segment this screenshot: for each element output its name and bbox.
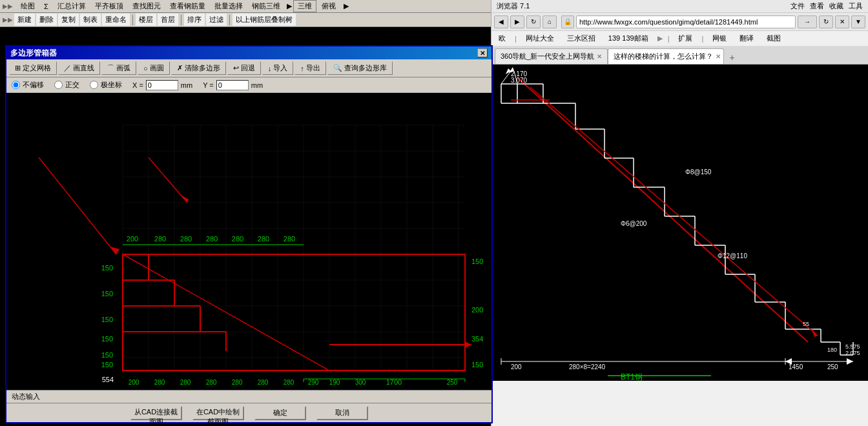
tab-stair-close[interactable]: ✕: [716, 53, 721, 60]
btn-rename[interactable]: 重命名: [102, 14, 130, 26]
toolbar-row-2: ▶▶ 新建 删除 复制 制表 重命名 楼层 首层 排序 过滤 以上钢筋层叠制树: [0, 13, 497, 27]
bookmark-139mail[interactable]: 139 139邮箱: [604, 33, 652, 44]
radio-no-offset-label: 不偏移: [23, 80, 44, 90]
dim-bot-5: 280: [258, 379, 269, 386]
refresh-icon[interactable]: ↻: [819, 15, 833, 28]
dim-554: 554: [102, 376, 114, 383]
arrow-down-icon[interactable]: ▼: [851, 15, 865, 28]
browser-bookmarks: 欧 | 网址大全 三水区招 139 139邮箱 ▶ | 扩展 | 网银 翻译 截…: [491, 31, 868, 46]
cad-drawing-svg: 200 280 280 280 280 280 280 150 150 150 …: [6, 93, 491, 390]
bookmark-ou[interactable]: 欧: [495, 33, 510, 44]
browser-title: 浏览器 7.1: [497, 1, 530, 11]
btn-cancel[interactable]: 取消: [316, 406, 368, 420]
btn-first-floor[interactable]: 首层: [158, 14, 178, 26]
btn-draw-circle[interactable]: ○ 画圆: [138, 61, 170, 75]
radio-no-offset-input[interactable]: [12, 81, 20, 89]
btn-undo[interactable]: ↩ 回退: [227, 61, 261, 75]
menu-find-elem[interactable]: 查找图元: [129, 1, 165, 12]
bookmark-address[interactable]: 网址大全: [522, 33, 558, 44]
dim-right-1: 200: [471, 306, 483, 314]
home-button[interactable]: ⌂: [542, 15, 557, 28]
refresh-button[interactable]: ↻: [526, 15, 541, 28]
menu-3d[interactable]: 三维: [293, 0, 316, 12]
right-cad-svg: Φ8@150 Φ6@200 Φ12@110 200 280×8=2240 145…: [491, 65, 868, 381]
toolbar-sep2: [181, 15, 181, 25]
line-icon: ／: [64, 63, 71, 73]
menu-flush-top[interactable]: 平齐板顶: [91, 1, 127, 12]
radio-polar-input[interactable]: [90, 81, 98, 89]
bookmark-expand[interactable]: 扩展: [674, 33, 696, 44]
dialog-close-button[interactable]: ✕: [477, 48, 488, 57]
btn-rebar-layer[interactable]: 以上钢筋层叠制树: [232, 14, 296, 26]
dim-1700: 1700: [386, 378, 402, 386]
btn-draw-line[interactable]: ／ 画直线: [58, 61, 100, 75]
btn-from-cad[interactable]: 从CAD连接截面图: [130, 406, 182, 420]
btn-import[interactable]: ↓ 导入: [262, 61, 294, 75]
dim-left-2: 150: [101, 316, 113, 323]
bookmark-netbank[interactable]: 网银: [708, 33, 730, 44]
btn-draw-in-cad[interactable]: 在CAD中绘制截面图: [192, 406, 244, 420]
btn-sort[interactable]: 排序: [184, 14, 205, 26]
btn-clear-polygon[interactable]: ✗ 清除多边形: [171, 61, 226, 75]
radio-orthogonal-label: 正交: [65, 80, 79, 90]
menu-total-calc[interactable]: 汇总计算: [54, 1, 90, 12]
menu-top-view[interactable]: 俯视: [318, 1, 340, 12]
dialog-statusbar: 动态输入: [6, 390, 491, 403]
btn-floor[interactable]: 楼层: [136, 14, 156, 26]
dim-2075: 2.075: [845, 350, 860, 356]
dim-top-1: 280: [154, 235, 166, 243]
bookmark-screenshot[interactable]: 截图: [763, 33, 785, 44]
radio-orthogonal-input[interactable]: [54, 81, 63, 89]
browser-menu-tools[interactable]: 工具: [849, 1, 863, 11]
menu-handle2: ▶: [344, 2, 349, 10]
bookmark-translate[interactable]: 翻译: [736, 33, 758, 44]
dialog-options: 不偏移 正交 极坐标 X = mm Y = mm: [6, 77, 491, 93]
dim-bot-0: 200: [129, 379, 140, 386]
x-input[interactable]: [146, 80, 178, 90]
tab-360-close[interactable]: ✕: [597, 53, 602, 60]
bookmark-sanshui[interactable]: 三水区招: [563, 33, 599, 44]
dim-bot-2240: 280×8=2240: [569, 363, 606, 370]
y-label: Y =: [203, 81, 214, 89]
browser-menu-favorites[interactable]: 收藏: [829, 1, 843, 11]
address-bar[interactable]: http://www.fwxgx.com/question/gimq/detai…: [576, 15, 796, 28]
y-input[interactable]: [216, 80, 249, 90]
btn-filter[interactable]: 过滤: [206, 14, 227, 26]
dialog-title: 多边形管箱器: [10, 48, 57, 59]
toolbar-sep: [132, 15, 133, 25]
tab-stair[interactable]: 这样的楼梯的计算，怎么计算？ ✕: [608, 48, 724, 64]
export-icon: ↑: [300, 65, 304, 72]
browser-menu-view[interactable]: 查看: [810, 1, 824, 11]
menu-drawing[interactable]: 绘图: [17, 1, 39, 12]
btn-confirm[interactable]: 确定: [254, 406, 306, 420]
btn-copy[interactable]: 复制: [58, 14, 79, 26]
forward-button[interactable]: ▶: [510, 15, 524, 28]
menu-view-rebar[interactable]: 查看钢筋量: [166, 1, 209, 12]
lock-icon: 🔒: [561, 15, 574, 28]
browser-tabs: 360导航_新一代安全上网导航 ✕ 这样的楼梯的计算，怎么计算？ ✕ +: [491, 46, 868, 65]
btn-draw-arc[interactable]: ⌒ 画弧: [101, 61, 136, 75]
browser-window: 浏览器 7.1 文件 查看 收藏 工具 ◀ ▶ ↻ ⌂ 🔒 http://www…: [491, 0, 868, 426]
cad-main-window: ▶▶ 绘图 Σ 汇总计算 平齐板顶 查找图元 查看钢筋量 批量选择 钢筋三维 ▶…: [0, 0, 497, 426]
tab-360[interactable]: 360导航_新一代安全上网导航 ✕: [495, 48, 608, 64]
stop-icon[interactable]: ✕: [835, 15, 849, 28]
btn-export[interactable]: ↑ 导出: [294, 61, 326, 75]
arc-icon: ⌒: [107, 63, 114, 73]
dim-top-4: 280: [232, 235, 243, 243]
btn-define-grid[interactable]: ⊞ 定义网格: [9, 61, 57, 75]
back-button[interactable]: ◀: [494, 15, 508, 28]
menu-rebar-3d[interactable]: 钢筋三维: [248, 1, 284, 12]
new-tab-button[interactable]: +: [725, 51, 738, 64]
browser-menu-file[interactable]: 文件: [790, 1, 805, 11]
btn-make-table[interactable]: 制表: [80, 14, 101, 26]
btn-new[interactable]: 新建: [14, 14, 35, 26]
btn-delete[interactable]: 删除: [36, 14, 57, 26]
bookmark-sep2: |: [701, 35, 703, 43]
menu-batch-select[interactable]: 批量选择: [211, 1, 247, 12]
dim-bot-250: 250: [827, 363, 838, 370]
dim-left-3: 150: [101, 335, 113, 343]
menu-sigma[interactable]: Σ: [40, 2, 52, 11]
go-button[interactable]: →: [798, 15, 817, 28]
btn-query-library[interactable]: 🔍 查询多边形库: [327, 61, 393, 75]
browser-titlebar: 浏览器 7.1 文件 查看 收藏 工具: [491, 0, 868, 13]
